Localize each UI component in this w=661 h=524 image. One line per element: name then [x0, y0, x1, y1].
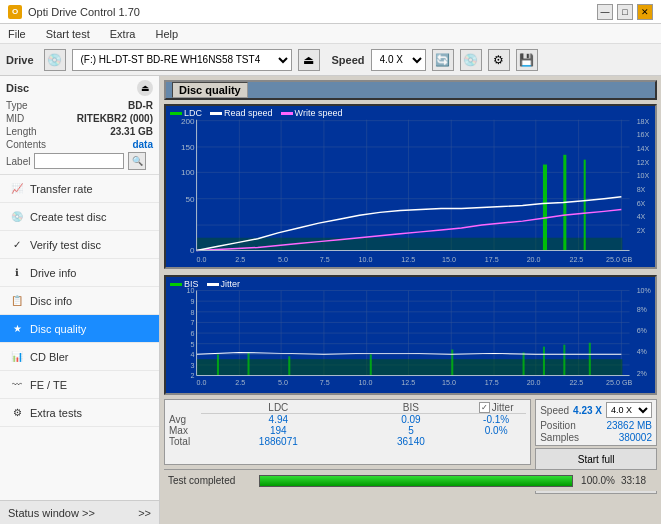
disc-quality-title: Disc quality: [172, 82, 248, 98]
svg-text:0: 0: [190, 246, 195, 255]
svg-text:5: 5: [191, 341, 195, 348]
jitter-col-header: ✓ Jitter: [466, 402, 526, 414]
bottom-chart: BIS Jitter: [164, 275, 657, 395]
disc-label-input[interactable]: [34, 153, 124, 169]
svg-text:15.0: 15.0: [442, 379, 456, 386]
nav-items: 📈 Transfer rate 💿 Create test disc ✓ Ver…: [0, 175, 159, 500]
nav-transfer-rate[interactable]: 📈 Transfer rate: [0, 175, 159, 203]
disc-eject-icon[interactable]: ⏏: [137, 80, 153, 96]
nav-disc-quality-label: Disc quality: [30, 323, 86, 335]
avg-jitter: -0.1%: [466, 414, 526, 426]
window-controls[interactable]: — □ ✕: [597, 4, 653, 20]
menu-extra[interactable]: Extra: [106, 27, 140, 41]
svg-text:22.5: 22.5: [569, 379, 583, 386]
bis-legend-color: [170, 283, 182, 286]
svg-text:2: 2: [191, 373, 195, 380]
speed-row: Speed 4.23 X 4.0 X: [540, 402, 652, 418]
menu-starttest[interactable]: Start test: [42, 27, 94, 41]
progress-time: 33:18: [621, 475, 653, 486]
jitter-checkbox[interactable]: ✓: [479, 402, 490, 413]
svg-text:14X: 14X: [637, 145, 650, 152]
nav-disc-quality[interactable]: ★ Disc quality: [0, 315, 159, 343]
titlebar-left: O Opti Drive Control 1.70: [8, 5, 140, 19]
sidebar: Disc ⏏ Type BD-R MID RITEKBR2 (000) Leng…: [0, 76, 160, 524]
status-window-button[interactable]: Status window >> >>: [0, 500, 159, 524]
nav-verify-test-disc[interactable]: ✓ Verify test disc: [0, 231, 159, 259]
disc-contents-value: data: [132, 139, 153, 150]
status-window-label: Status window >>: [8, 507, 95, 519]
drive-select[interactable]: (F:) HL-DT-ST BD-RE WH16NS58 TST4: [72, 49, 292, 71]
svg-text:0.0: 0.0: [197, 379, 207, 386]
toolbar: Drive 💿 (F:) HL-DT-ST BD-RE WH16NS58 TST…: [0, 44, 661, 76]
svg-text:50: 50: [185, 195, 195, 204]
nav-extra-tests[interactable]: ⚙ Extra tests: [0, 399, 159, 427]
write-legend-label: Write speed: [295, 108, 343, 118]
progress-label: Test completed: [168, 475, 253, 486]
nav-cd-bler[interactable]: 📊 CD Bler: [0, 343, 159, 371]
disc-length-value: 23.31 GB: [110, 126, 153, 137]
nav-create-test-disc-label: Create test disc: [30, 211, 106, 223]
svg-text:6: 6: [191, 330, 195, 337]
status-window-arrow: >>: [138, 507, 151, 519]
drive-icon-button[interactable]: 💿: [44, 49, 66, 71]
svg-text:25.0 GB: 25.0 GB: [606, 379, 632, 386]
svg-text:4%: 4%: [637, 348, 647, 355]
speed-select[interactable]: 4.0 X: [371, 49, 426, 71]
svg-text:5.0: 5.0: [278, 256, 288, 263]
svg-text:17.5: 17.5: [485, 256, 499, 263]
disc-info-icon: 📋: [10, 294, 24, 308]
disc-length-row: Length 23.31 GB: [6, 126, 153, 137]
disc-mid-value: RITEKBR2 (000): [77, 113, 153, 124]
chart-legend: LDC Read speed Write speed: [170, 108, 342, 118]
menu-file[interactable]: File: [4, 27, 30, 41]
disc-quality-icon: ★: [10, 322, 24, 336]
nav-drive-info[interactable]: ℹ Drive info: [0, 259, 159, 287]
verify-test-disc-icon: ✓: [10, 238, 24, 252]
avg-bis: 0.09: [356, 414, 466, 426]
disc-type-row: Type BD-R: [6, 100, 153, 111]
svg-text:3: 3: [191, 362, 195, 369]
disc-label-btn[interactable]: 🔍: [128, 152, 146, 170]
svg-text:10.0: 10.0: [359, 379, 373, 386]
progress-bar-area: Test completed 100.0% 33:18: [164, 469, 657, 491]
transfer-rate-icon: 📈: [10, 182, 24, 196]
read-speed-legend: Read speed: [210, 108, 273, 118]
svg-text:9: 9: [191, 298, 195, 305]
svg-text:22.5: 22.5: [569, 256, 583, 263]
close-button[interactable]: ✕: [637, 4, 653, 20]
max-label: Max: [169, 425, 201, 436]
avg-ldc: 4.94: [201, 414, 356, 426]
save-button[interactable]: 💾: [516, 49, 538, 71]
main-layout: Disc ⏏ Type BD-R MID RITEKBR2 (000) Leng…: [0, 76, 661, 524]
avg-label: Avg: [169, 414, 201, 426]
samples-label: Samples: [540, 432, 579, 443]
nav-fe-te[interactable]: 〰 FE / TE: [0, 371, 159, 399]
nav-disc-info[interactable]: 📋 Disc info: [0, 287, 159, 315]
progress-bar-container: [259, 475, 573, 487]
chart-panel-header: Disc quality: [164, 80, 657, 100]
disc-button[interactable]: 💿: [460, 49, 482, 71]
eject-button[interactable]: ⏏: [298, 49, 320, 71]
menu-help[interactable]: Help: [151, 27, 182, 41]
svg-text:12X: 12X: [637, 159, 650, 166]
svg-rect-93: [248, 352, 250, 375]
progress-percent: 100.0%: [579, 475, 615, 486]
svg-text:8X: 8X: [637, 186, 646, 193]
refresh-button[interactable]: 🔄: [432, 49, 454, 71]
settings-button[interactable]: ⚙: [488, 49, 510, 71]
nav-cd-bler-label: CD Bler: [30, 351, 69, 363]
nav-drive-info-label: Drive info: [30, 267, 76, 279]
speed-label: Speed: [332, 54, 365, 66]
svg-text:0.0: 0.0: [197, 256, 207, 263]
nav-create-test-disc[interactable]: 💿 Create test disc: [0, 203, 159, 231]
svg-rect-91: [197, 359, 623, 375]
total-bis: 36140: [356, 436, 466, 447]
maximize-button[interactable]: □: [617, 4, 633, 20]
start-full-button[interactable]: Start full: [535, 448, 657, 470]
minimize-button[interactable]: —: [597, 4, 613, 20]
right-controls: Speed 4.23 X 4.0 X Position 23862 MB Sam…: [535, 399, 657, 465]
speed-stat-select[interactable]: 4.0 X: [606, 402, 652, 418]
menubar: File Start test Extra Help: [0, 24, 661, 44]
nav-transfer-rate-label: Transfer rate: [30, 183, 93, 195]
stats-total-row: Total 1886071 36140: [169, 436, 526, 447]
